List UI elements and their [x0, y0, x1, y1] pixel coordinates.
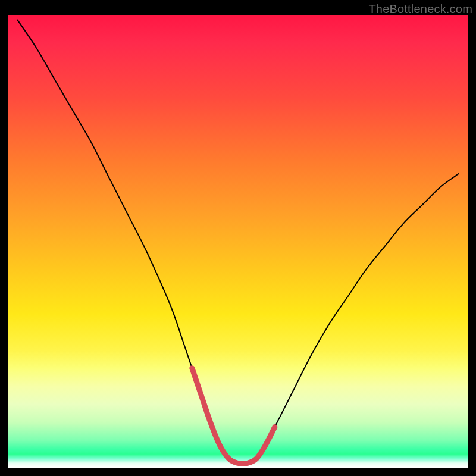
chart-svg: [8, 15, 468, 468]
highlight-valley-line: [192, 368, 275, 464]
chart-plot-area: [8, 15, 468, 468]
watermark-text: TheBottleneck.com: [368, 2, 472, 16]
bottleneck-curve-line: [17, 20, 458, 464]
